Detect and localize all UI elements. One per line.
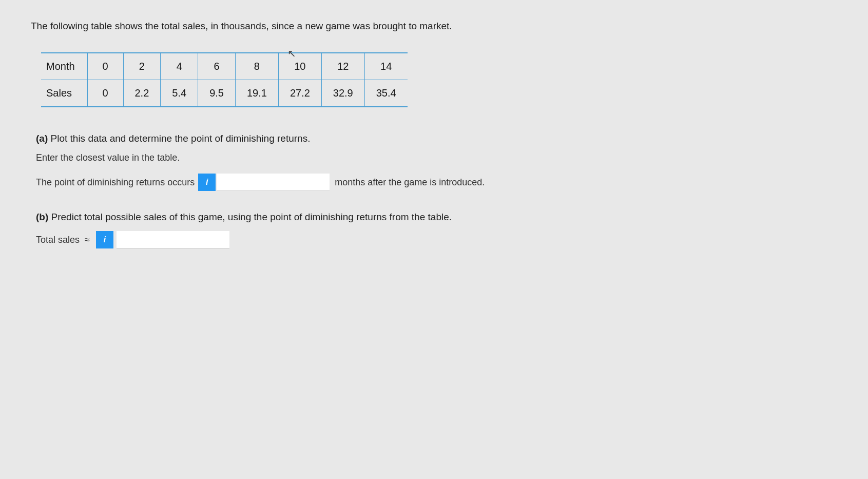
part-a-subtext: Enter the closest value in the table. bbox=[36, 152, 837, 163]
part-a-prompt: The point of diminishing returns occurs bbox=[36, 177, 195, 188]
month-val-5: 10 bbox=[278, 53, 321, 80]
month-val-1: 2 bbox=[123, 53, 161, 80]
sales-val-6: 32.9 bbox=[321, 80, 364, 107]
part-a-input-row: The point of diminishing returns occurs … bbox=[36, 174, 837, 191]
part-b-answer-input[interactable] bbox=[117, 231, 229, 248]
sales-table: Month 0 2 4 6 8 10 12 14 Sales 0 2.2 5.4… bbox=[41, 52, 408, 107]
part-b-info-button[interactable]: i bbox=[96, 231, 113, 248]
month-val-2: 4 bbox=[161, 53, 198, 80]
part-a-title: (a) Plot this data and determine the poi… bbox=[36, 133, 837, 144]
month-val-3: 6 bbox=[198, 53, 236, 80]
part-a-suffix: months after the game is introduced. bbox=[335, 177, 485, 188]
sales-val-1: 2.2 bbox=[123, 80, 161, 107]
sales-val-7: 35.4 bbox=[364, 80, 407, 107]
month-row: Month 0 2 4 6 8 10 12 14 bbox=[41, 53, 408, 80]
sales-val-3: 9.5 bbox=[198, 80, 236, 107]
intro-text: The following table shows the total sale… bbox=[31, 21, 837, 32]
sales-label: Sales bbox=[41, 80, 87, 107]
part-a-answer-input[interactable] bbox=[217, 174, 330, 191]
total-sales-label: Total sales bbox=[36, 235, 80, 245]
data-table-container: ↖ Month 0 2 4 6 8 10 12 14 Sales 0 2.2 5… bbox=[41, 52, 837, 107]
part-a-info-button[interactable]: i bbox=[198, 174, 216, 191]
month-val-0: 0 bbox=[87, 53, 123, 80]
part-a-section: (a) Plot this data and determine the poi… bbox=[36, 133, 837, 191]
sales-val-2: 5.4 bbox=[161, 80, 198, 107]
sales-val-5: 27.2 bbox=[278, 80, 321, 107]
sales-row: Sales 0 2.2 5.4 9.5 19.1 27.2 32.9 35.4 bbox=[41, 80, 408, 107]
month-label: Month bbox=[41, 53, 87, 80]
sales-val-4: 19.1 bbox=[235, 80, 278, 107]
part-b-section: (b) Predict total possible sales of this… bbox=[36, 212, 837, 248]
approx-symbol: ≈ bbox=[85, 235, 90, 245]
part-b-input-row: Total sales ≈ i bbox=[36, 231, 837, 248]
month-val-4: 8 bbox=[235, 53, 278, 80]
part-b-title: (b) Predict total possible sales of this… bbox=[36, 212, 837, 223]
month-val-6: 12 bbox=[321, 53, 364, 80]
sales-val-0: 0 bbox=[87, 80, 123, 107]
month-val-7: 14 bbox=[364, 53, 407, 80]
